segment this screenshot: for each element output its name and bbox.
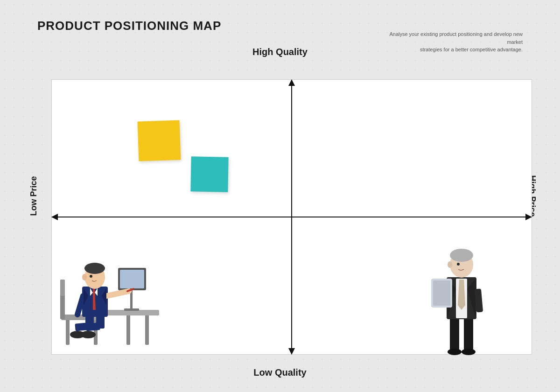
- subtitle-line1: Analyse your existing product positionin…: [389, 31, 523, 45]
- svg-rect-15: [85, 322, 100, 331]
- svg-point-26: [84, 263, 105, 274]
- svg-point-34: [462, 349, 476, 355]
- label-low-price: Low Price: [29, 176, 39, 216]
- page-content: PRODUCT POSITIONING MAP Analyse your exi…: [0, 0, 560, 392]
- svg-point-28: [90, 275, 92, 278]
- person-standing-figure: [429, 224, 494, 354]
- svg-rect-6: [145, 315, 149, 345]
- svg-rect-42: [433, 280, 450, 306]
- label-low-quality: Low Quality: [253, 367, 306, 378]
- teal-sticky-note[interactable]: [190, 156, 228, 192]
- subtitle: Analyse your existing product positionin…: [383, 30, 523, 54]
- label-high-quality: High Quality: [252, 47, 308, 57]
- page-title: PRODUCT POSITIONING MAP: [37, 19, 221, 33]
- svg-rect-5: [126, 315, 130, 345]
- svg-point-47: [457, 263, 460, 266]
- svg-line-22: [107, 291, 129, 296]
- svg-rect-31: [450, 317, 459, 352]
- subtitle-line2: strategies for a better competitive adva…: [420, 47, 523, 52]
- svg-point-45: [450, 249, 473, 262]
- svg-rect-9: [124, 308, 139, 311]
- svg-rect-32: [464, 317, 473, 352]
- yellow-sticky-note[interactable]: [138, 120, 181, 161]
- vertical-axis: [291, 80, 292, 354]
- svg-rect-3: [60, 294, 65, 319]
- svg-point-33: [448, 349, 462, 355]
- person-sitting-figure: [52, 224, 182, 354]
- svg-point-27: [82, 274, 87, 280]
- svg-rect-4: [60, 280, 65, 296]
- chart-area: [51, 79, 532, 355]
- svg-point-17: [81, 331, 96, 338]
- svg-rect-0: [66, 317, 70, 345]
- svg-point-46: [448, 261, 452, 268]
- svg-rect-11: [120, 270, 144, 288]
